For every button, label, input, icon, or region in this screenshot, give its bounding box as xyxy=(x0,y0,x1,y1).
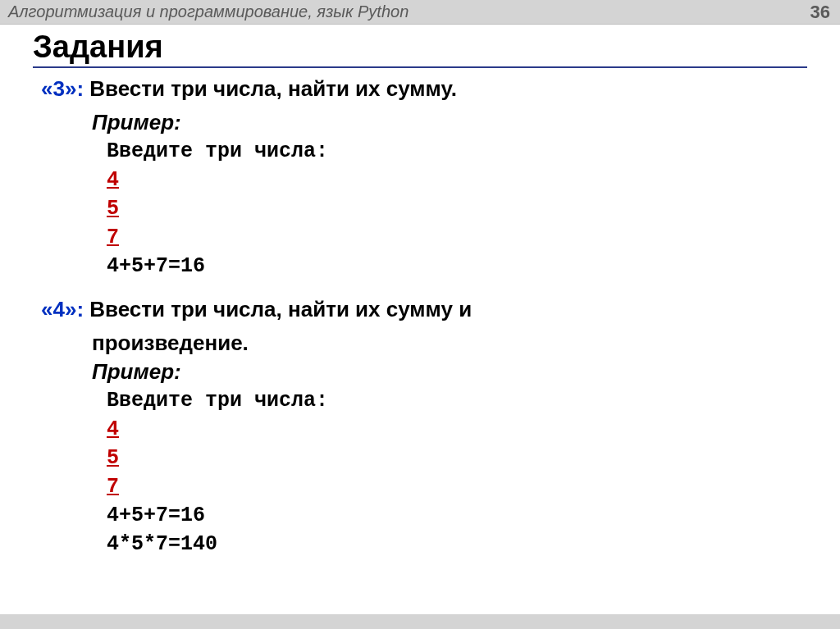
slide-content: Задания «3»: Ввести три числа, найти их … xyxy=(0,25,840,558)
code-input: 7 xyxy=(107,223,807,252)
task-number: «3»: xyxy=(41,76,84,101)
code-output: 4*5*7=140 xyxy=(107,530,807,558)
code-example: Введите три числа: 4 5 7 4+5+7=16 4*5*7=… xyxy=(107,386,807,558)
example-label: Пример: xyxy=(92,108,807,137)
code-input: 4 xyxy=(107,415,807,444)
task-block: «3»: Ввести три числа, найти их сумму. xyxy=(33,70,807,108)
code-input: 5 xyxy=(107,194,807,223)
task-number: «4»: xyxy=(41,297,84,321)
code-example: Введите три числа: 4 5 7 4+5+7=16 xyxy=(107,137,807,280)
task-description-text: Ввести три числа, найти их сумму и xyxy=(89,297,472,321)
code-prompt: Введите три числа: xyxy=(107,386,807,415)
page-number: 36 xyxy=(810,2,830,23)
code-input: 5 xyxy=(107,444,807,472)
code-output: 4+5+7=16 xyxy=(107,501,807,530)
page-title: Задания xyxy=(33,30,807,68)
header-bar: Алгоритмизация и программирование, язык … xyxy=(0,0,840,25)
header-title: Алгоритмизация и программирование, язык … xyxy=(8,2,409,21)
code-input: 7 xyxy=(107,472,807,501)
code-input: 4 xyxy=(107,166,807,194)
code-output: 4+5+7=16 xyxy=(107,252,807,280)
footer-bar xyxy=(0,614,840,629)
code-prompt: Введите три числа: xyxy=(107,137,807,166)
task-description-cont: произведение. xyxy=(92,329,807,358)
task-description-text: Ввести три числа, найти их сумму. xyxy=(89,76,457,101)
example-label: Пример: xyxy=(92,358,807,386)
task-block: «4»: Ввести три числа, найти их сумму и xyxy=(33,280,807,329)
